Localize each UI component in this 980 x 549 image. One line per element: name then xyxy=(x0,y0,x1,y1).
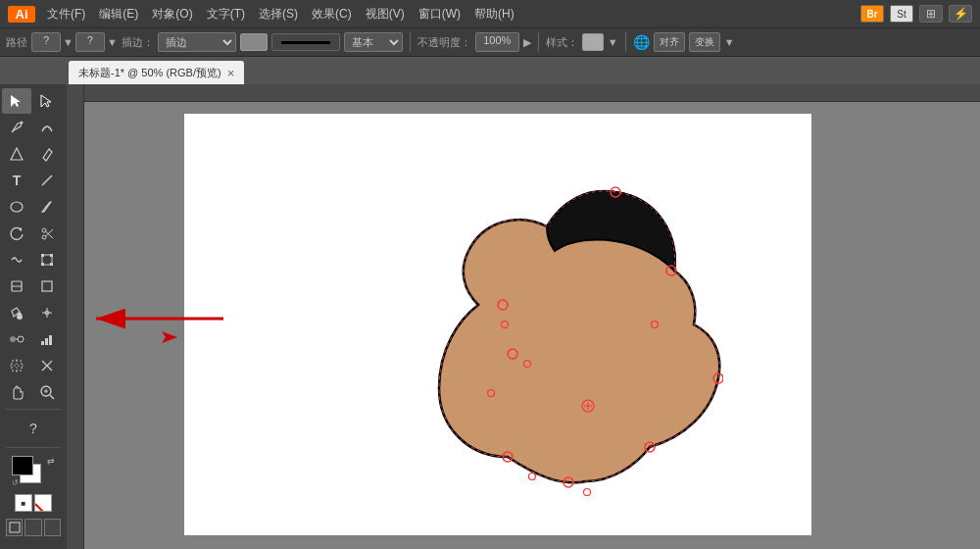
divider2 xyxy=(538,32,539,52)
svg-rect-22 xyxy=(49,335,52,345)
anchor-point-tool[interactable] xyxy=(2,141,31,167)
insert-label: 插边： xyxy=(122,35,154,50)
shape-builder-tool[interactable] xyxy=(2,274,31,299)
warp-tool[interactable] xyxy=(2,247,31,273)
slice-tool[interactable] xyxy=(32,353,62,378)
tool-divider xyxy=(6,409,61,410)
svg-rect-11 xyxy=(41,254,44,257)
tab-title: 未标题-1* @ 50% (RGB/预览) xyxy=(78,66,221,80)
svg-rect-16 xyxy=(42,281,52,291)
color-swatch[interactable] xyxy=(240,33,268,51)
tab-bar: 未标题-1* @ 50% (RGB/预览) × xyxy=(0,57,980,84)
svg-rect-30 xyxy=(10,523,20,532)
menu-help[interactable]: 帮助(H) xyxy=(468,4,520,25)
svg-point-18 xyxy=(10,336,16,342)
svg-line-3 xyxy=(42,175,52,185)
svg-rect-14 xyxy=(50,263,53,266)
divider3 xyxy=(625,32,626,52)
swap-color-icon[interactable]: ⇄ xyxy=(47,456,55,466)
menu-bar: 文件(F) 编辑(E) 对象(O) 文字(T) 选择(S) 效果(C) 视图(V… xyxy=(41,4,520,25)
top-right-icons: Br St ⊞ ⚡ xyxy=(860,5,972,23)
document-tab[interactable]: 未标题-1* @ 50% (RGB/预览) × xyxy=(69,61,244,84)
tool-row-3 xyxy=(2,141,65,167)
direct-selection-tool[interactable] xyxy=(32,88,62,114)
style-swatch[interactable] xyxy=(582,33,604,51)
toolbar: 路径 ? ▼ ? ▼ 插边： 插边 基本 不透明度： 100% ▶ 样式： ▼ … xyxy=(0,27,980,57)
zoom-tool[interactable] xyxy=(32,379,62,405)
stock-icon[interactable]: St xyxy=(890,5,913,23)
arrangement-icon[interactable]: ⚡ xyxy=(949,5,972,23)
fill-mode-section: ■ xyxy=(2,492,65,514)
align-btn[interactable]: 对齐 xyxy=(654,32,685,52)
menu-file[interactable]: 文件(F) xyxy=(41,4,91,25)
tool-row-1 xyxy=(2,88,65,114)
tool-row-6 xyxy=(2,221,65,246)
help-tool[interactable]: ? xyxy=(3,416,64,441)
svg-marker-1 xyxy=(41,95,51,107)
fill-box[interactable] xyxy=(12,456,33,475)
svg-line-27 xyxy=(50,395,54,399)
menu-text[interactable]: 文字(T) xyxy=(201,4,251,25)
svg-point-46 xyxy=(584,489,591,496)
tool-row-10 xyxy=(2,326,65,352)
rotate-tool[interactable] xyxy=(2,221,31,246)
grid-icon[interactable]: ⊞ xyxy=(919,5,943,23)
opacity-input[interactable]: 100% xyxy=(475,32,519,52)
curvature-tool[interactable] xyxy=(32,115,62,140)
world-icon[interactable]: 🌐 xyxy=(633,34,650,50)
scissors-tool[interactable] xyxy=(32,221,62,246)
svg-marker-50 xyxy=(162,331,177,343)
stroke-style-select[interactable]: 基本 xyxy=(344,32,403,52)
menu-window[interactable]: 窗口(W) xyxy=(413,4,466,25)
svg-point-4 xyxy=(11,202,23,212)
chart-tool[interactable] xyxy=(32,326,62,352)
artboard-tool[interactable] xyxy=(2,353,31,378)
ruler-left xyxy=(67,84,84,549)
menu-effect[interactable]: 效果(C) xyxy=(306,4,358,25)
tool-row-5 xyxy=(2,194,65,220)
draw-inside-btn[interactable] xyxy=(44,519,61,536)
menu-view[interactable]: 视图(V) xyxy=(360,4,411,25)
menu-object[interactable]: 对象(O) xyxy=(146,4,198,25)
draw-behind-btn[interactable] xyxy=(24,519,41,536)
tool-row-2 xyxy=(2,115,65,140)
reset-color-icon[interactable]: ↺ xyxy=(12,478,19,487)
canvas-area[interactable] xyxy=(67,84,980,549)
anchor-input2[interactable]: ? xyxy=(75,32,105,52)
blend-tool[interactable] xyxy=(2,326,31,352)
title-bar: Ai 文件(F) 编辑(E) 对象(O) 文字(T) 选择(S) 效果(C) 视… xyxy=(0,0,980,27)
opacity-label: 不透明度： xyxy=(417,35,471,50)
tool-row-11 xyxy=(2,353,65,378)
tab-close-btn[interactable]: × xyxy=(227,66,235,80)
transform-btn[interactable]: 变换 xyxy=(689,32,720,52)
menu-edit[interactable]: 编辑(E) xyxy=(93,4,144,25)
artboard xyxy=(184,114,811,535)
bridge-icon[interactable]: Br xyxy=(860,5,884,23)
free-transform-tool[interactable] xyxy=(32,247,62,273)
svg-rect-13 xyxy=(41,263,44,266)
paintbrush-tool[interactable] xyxy=(32,194,62,220)
tool-row-7 xyxy=(2,247,65,273)
hand-tool[interactable] xyxy=(2,379,31,405)
mesh-tool[interactable] xyxy=(32,300,62,325)
menu-select[interactable]: 选择(S) xyxy=(253,4,304,25)
normal-draw-btn[interactable] xyxy=(6,519,23,536)
svg-point-19 xyxy=(18,336,24,342)
none-mode-btn[interactable] xyxy=(34,494,52,512)
pen-tool[interactable] xyxy=(2,115,31,140)
rectangle-tool[interactable] xyxy=(32,274,62,299)
fill-mode-btn[interactable]: ■ xyxy=(15,494,32,512)
line-tool[interactable] xyxy=(32,168,62,193)
ellipse-tool[interactable] xyxy=(2,194,31,220)
insert-select[interactable]: 插边 xyxy=(158,32,236,52)
tool-row-4: T xyxy=(2,168,65,193)
tool-row-9 xyxy=(2,300,65,325)
pencil-tool[interactable] xyxy=(32,141,62,167)
svg-point-45 xyxy=(529,474,536,480)
anchor-input[interactable]: ? xyxy=(31,32,61,52)
divider1 xyxy=(410,32,411,52)
paintbucket-tool[interactable] xyxy=(2,300,31,325)
selection-tool[interactable] xyxy=(2,88,31,114)
type-tool[interactable]: T xyxy=(2,168,31,193)
svg-marker-0 xyxy=(11,95,21,107)
